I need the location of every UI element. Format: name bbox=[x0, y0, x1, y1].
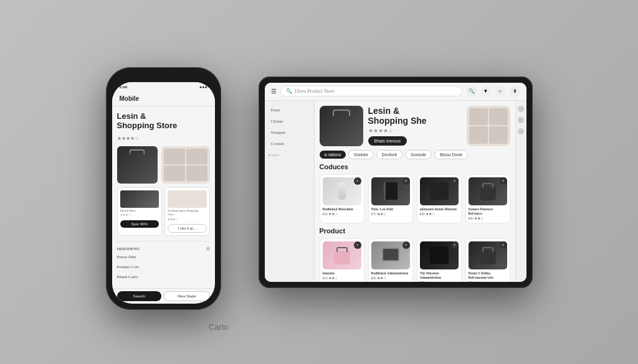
phone-time: 9:00 bbox=[120, 85, 128, 90]
tablet-shelf-cell-1 bbox=[469, 108, 488, 126]
tablet-nav-more: ● enter: bbox=[269, 153, 310, 157]
phone-menu-section: HERSHENU ⊙ Pressi Dini Product Cart Blan… bbox=[117, 246, 210, 281]
tablet-search-btn[interactable]: 🔍 bbox=[466, 86, 477, 97]
bag-shape-1 bbox=[480, 187, 496, 200]
shelf-item-4 bbox=[186, 166, 207, 181]
tablet-product-price-2-3: $75 ★★☆ bbox=[420, 281, 459, 281]
phone-menu-item-3[interactable]: Bland Carlo bbox=[117, 273, 210, 281]
tablet-nav-chopp[interactable]: Chopp: bbox=[269, 117, 310, 126]
tablet-add-btn-1-4[interactable]: + bbox=[500, 177, 507, 185]
tablet-section-title-1: Coduces bbox=[320, 163, 510, 170]
tablet-product-title-1-3: adamants listens Blottens bbox=[420, 207, 459, 212]
phone-menu-toggle[interactable]: HERSHENU ⊙ bbox=[117, 246, 210, 251]
tablet-product-card-2-2: + Bodiloinal Admministism $60 ★★☆ bbox=[368, 238, 413, 282]
phone-notch bbox=[145, 73, 182, 80]
tablet-filter-btn-3[interactable]: Soossle bbox=[405, 150, 432, 159]
tablet-search-text: 1Item Product Store bbox=[295, 88, 335, 94]
tablet-filter-btn-1[interactable]: Dodole bbox=[348, 150, 373, 159]
tablet-product-title-2-3: The Dinstum Admministism bbox=[420, 271, 459, 280]
phone-app-name: Mobile bbox=[120, 95, 140, 102]
tablet-shelf-cell-4 bbox=[489, 126, 508, 144]
phone-menu-item-2[interactable]: Product Cart bbox=[117, 263, 210, 271]
phone-product-btn-1[interactable]: Spar 90% bbox=[120, 220, 160, 228]
tablet-sidebar: Done Chopp: Shoppin Coolale ● enter: bbox=[265, 101, 315, 282]
tablet-product-card-2-1: + Imnsion $50 ★★☆ bbox=[320, 238, 364, 282]
shelf-item-1 bbox=[164, 149, 185, 164]
phone-product-btn-2[interactable]: I chn it ar... bbox=[168, 224, 207, 233]
tablet-products-grid-1: + Bodiloinal Biossoiion $50 ★★☆ + Nien- … bbox=[320, 174, 510, 223]
tablet-user-btn[interactable]: ▼ bbox=[480, 86, 492, 97]
tablet-product-price-1-4: $90 ★★☆ bbox=[469, 217, 507, 220]
tablet-section-title-2: Product bbox=[320, 227, 510, 235]
tablet-explore-btn[interactable]: Bhals Inmous bbox=[368, 136, 407, 146]
tablet-product-card-1-4: + Daunse Dmensse Bol'nness $90 ★★☆ bbox=[465, 174, 510, 223]
tablet-nav-coolale[interactable]: Coolale bbox=[269, 139, 310, 148]
phone-product-stars-2: ★★★ ☆ bbox=[168, 217, 207, 221]
phone-indicators: ●●● bbox=[199, 85, 207, 90]
tablet-product-card-2-3: + The Dinstum Admministism $75 ★★☆ bbox=[417, 238, 462, 282]
tablet-topbar: ☰ 🔍 1Item Product Store 🔍 ▼ ○ ⏸ bbox=[265, 83, 526, 101]
notebook-shape bbox=[384, 182, 398, 200]
tablet-add-btn-1-3[interactable]: + bbox=[451, 177, 459, 185]
phone-hero-title: Lesin &Shopping Store bbox=[117, 111, 210, 131]
tablet-hero-text: Lesin &Shopping She ★★★★☆ Bhals Inmous bbox=[368, 106, 462, 146]
tablet-body: Done Chopp: Shoppin Coolale ● enter: Les… bbox=[265, 101, 526, 282]
device-shape bbox=[382, 248, 399, 261]
phone-content: Lesin &Shopping Store ★★★★☆ bbox=[112, 106, 215, 288]
tablet-filter-row: a ratisno Dodole Doofunt Soossle Bisou D… bbox=[320, 150, 510, 159]
tablet-search-bar[interactable]: 🔍 1Item Product Store bbox=[280, 86, 462, 96]
phone-product-img-2 bbox=[168, 190, 207, 208]
tablet-filter-btn-4[interactable]: Bisou Dune bbox=[434, 150, 468, 159]
phone-search-btn[interactable]: Searoh bbox=[117, 291, 162, 301]
phone-products-row: Dueful Blen... ★★★ ☆ Spar 90% Scolling S… bbox=[117, 187, 210, 236]
tablet-right-panel bbox=[515, 101, 526, 282]
dark-bag-shape bbox=[480, 251, 496, 264]
tablet-nav-shoppin[interactable]: Shoppin bbox=[269, 128, 310, 137]
tablet-product-price-1-3: $80 ★★☆ bbox=[420, 212, 459, 216]
tablet-add-btn-2-4[interactable]: + bbox=[500, 241, 507, 249]
tablet-product-title-2-2: Bodiloinal Admministism bbox=[371, 271, 410, 276]
tablet-add-btn-1-2[interactable]: + bbox=[402, 177, 410, 185]
tablet-nav-home[interactable]: Done bbox=[269, 106, 310, 114]
tablet-device: ☰ 🔍 1Item Product Store 🔍 ▼ ○ ⏸ Done Cho… bbox=[259, 77, 533, 288]
perfume-bottle bbox=[338, 182, 346, 200]
tablet-filter-btn-0[interactable]: a ratisno bbox=[320, 151, 346, 159]
bag-shape-2 bbox=[334, 251, 350, 264]
tablet-product-title-1-4: Daunse Dmensse Bol'nness bbox=[469, 207, 507, 216]
tablet-menu-btn[interactable]: ⏸ bbox=[509, 86, 520, 97]
tablet-add-btn-2-1[interactable]: + bbox=[354, 241, 361, 249]
tablet-side-icon-3[interactable] bbox=[518, 128, 524, 134]
phone-hero-row bbox=[117, 146, 210, 184]
phone-product-img-1 bbox=[120, 190, 160, 208]
tablet-topbar-icons: 🔍 ▼ ○ ⏸ bbox=[466, 86, 520, 97]
tablet-side-icon-2[interactable] bbox=[518, 117, 524, 123]
phone-product-name-2: Scolling Spats Shopping Ams... bbox=[168, 209, 207, 217]
phone-nlea-btn[interactable]: Nlea Stade bbox=[164, 291, 210, 301]
tablet-product-price-2-4: $85 ★★☆ bbox=[469, 281, 507, 281]
phone-bag-handle bbox=[130, 149, 145, 154]
tablet-side-icon-1[interactable] bbox=[518, 106, 524, 112]
tablet-cart-btn[interactable]: ○ bbox=[495, 86, 506, 97]
phone-product-card-1: Dueful Blen... ★★★ ☆ Spar 90% bbox=[117, 187, 163, 236]
tablet-add-btn-2-2[interactable]: + bbox=[402, 241, 410, 249]
tablet-product-card-1-1: + Bodiloinal Biossoiion $50 ★★☆ bbox=[320, 174, 364, 223]
tablet-hero-shelf bbox=[467, 106, 510, 146]
phone-menu-item-1[interactable]: Pressi Dini bbox=[117, 253, 210, 261]
tablet-product-card-2-4: + Deunt S Dolina Bolt'nmentn'wlte $85 ★★… bbox=[465, 238, 510, 282]
tablet-product-price-2-1: $50 ★★☆ bbox=[323, 276, 361, 280]
phone-device: 9:00 ●●● Mobile Lesin &Shopping Store ★★… bbox=[106, 67, 221, 310]
tablet-product-card-1-3: + adamants listens Blottens $80 ★★☆ bbox=[417, 174, 462, 223]
tablet-add-btn-2-3[interactable]: + bbox=[451, 241, 459, 249]
phone-menu-toggle-label: HERSHENU bbox=[117, 246, 140, 251]
tablet-add-btn-1-1[interactable]: + bbox=[354, 177, 361, 185]
tablet-shelf-cell-2 bbox=[489, 108, 508, 126]
phone-menu-toggle-icon: ⊙ bbox=[206, 246, 210, 251]
tablet-main: Lesin &Shopping She ★★★★☆ Bhals Inmous bbox=[315, 101, 515, 282]
tablet-filter-btn-2[interactable]: Doofunt bbox=[376, 150, 403, 159]
tablet-shelf-cell-3 bbox=[469, 126, 488, 144]
tablet-menu-icon[interactable]: ☰ bbox=[271, 88, 277, 95]
phone-product-stars-1: ★★★ ☆ bbox=[120, 213, 160, 217]
tablet-product-title-1-1: Bodiloinal Biossoiion bbox=[323, 207, 361, 212]
shelf-item-2 bbox=[186, 149, 207, 164]
black-hoodie-shape bbox=[430, 246, 449, 264]
